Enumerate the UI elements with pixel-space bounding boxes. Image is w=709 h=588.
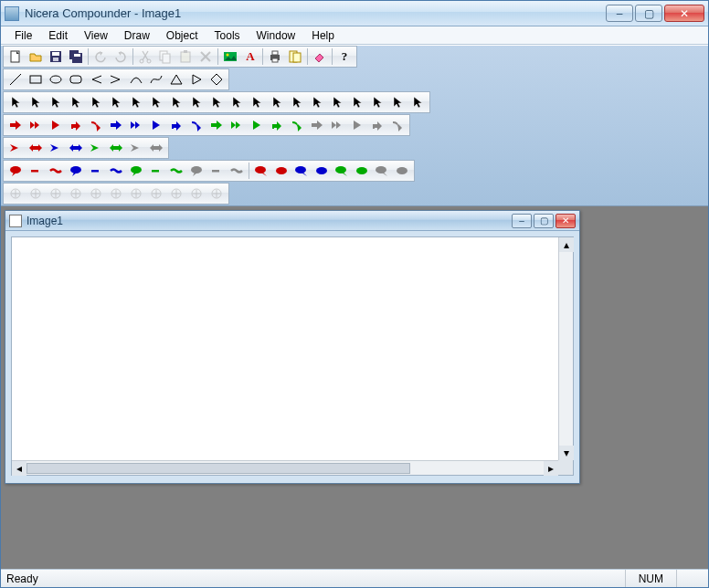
bubble-line-short-888[interactable]	[206, 162, 227, 180]
fx-11[interactable]	[206, 184, 227, 203]
arrow-wide-right-c00[interactable]	[5, 139, 26, 157]
bubble-oval-c00[interactable]	[271, 162, 291, 180]
arrow-right-thick-00c[interactable]	[106, 116, 126, 134]
menu-object[interactable]: Object	[158, 27, 206, 44]
new-icon[interactable]	[5, 47, 26, 66]
arrow-right-thick-0a0[interactable]	[206, 116, 227, 134]
save-all-icon[interactable]	[66, 47, 86, 66]
delete-icon[interactable]	[196, 47, 216, 66]
erase-icon[interactable]	[310, 47, 330, 66]
bubble-solid-c00[interactable]	[5, 162, 26, 180]
bubble-line-long-00c[interactable]	[106, 162, 126, 180]
child-close-button[interactable]: ✕	[556, 214, 576, 228]
fx-6[interactable]	[106, 184, 126, 203]
arc-icon[interactable]	[126, 70, 146, 89]
cursor-text-icon[interactable]	[26, 93, 46, 111]
bubble-right-00c[interactable]	[291, 162, 312, 180]
menu-view[interactable]: View	[76, 27, 116, 44]
child-maximize-button[interactable]: ▢	[534, 214, 554, 228]
cursor-splith-icon[interactable]	[287, 93, 307, 111]
cursor-updown-icon[interactable]	[347, 93, 367, 111]
arrow-right-bend-00c[interactable]	[186, 116, 206, 134]
menu-draw[interactable]: Draw	[116, 27, 158, 44]
copy-icon[interactable]	[155, 47, 175, 66]
help-icon[interactable]: ?	[334, 47, 354, 66]
scroll-down-button[interactable]: ▾	[559, 446, 574, 460]
arrow-right-thick-c00[interactable]	[5, 116, 26, 134]
diamond-icon[interactable]	[206, 70, 227, 89]
scroll-right-button[interactable]: ▸	[544, 461, 558, 476]
cursor-hresize-icon[interactable]	[66, 93, 86, 111]
horizontal-scrollbar[interactable]: ◂ ▸	[12, 460, 558, 475]
redo-icon[interactable]	[111, 47, 131, 66]
arrow-wide-right-00c[interactable]	[46, 139, 66, 157]
cursor-drag-icon[interactable]	[247, 93, 267, 111]
triangle-icon[interactable]	[166, 70, 186, 89]
cursor-help-icon[interactable]	[166, 93, 186, 111]
arrow-right-double-00c[interactable]	[126, 116, 146, 134]
cursor-no-icon[interactable]	[387, 93, 407, 111]
close-button[interactable]: ✕	[664, 5, 704, 22]
bubble-line-long-0a0[interactable]	[166, 162, 186, 180]
bubble-line-short-c00[interactable]	[26, 162, 46, 180]
fx-9[interactable]	[166, 184, 186, 203]
fx-5[interactable]	[86, 184, 106, 203]
print-icon[interactable]	[265, 47, 285, 66]
canvas[interactable]: ▴ ▾ ◂ ▸	[11, 236, 574, 476]
bubble-oval-00c[interactable]	[312, 162, 332, 180]
preview-icon[interactable]	[285, 47, 305, 66]
arrow-right-head-0a0[interactable]	[247, 116, 267, 134]
cursor-vresize-icon[interactable]	[86, 93, 106, 111]
bubble-line-long-c00[interactable]	[46, 162, 66, 180]
arrow-two-way-00c[interactable]	[66, 139, 86, 157]
pointer-right-icon[interactable]	[106, 70, 126, 89]
cursor-splitv-icon[interactable]	[267, 93, 287, 111]
play-icon[interactable]	[186, 70, 206, 89]
arrow-right-head-00c[interactable]	[146, 116, 166, 134]
open-icon[interactable]	[26, 47, 46, 66]
bubble-oval-0a0[interactable]	[352, 162, 372, 180]
bubble-solid-0a0[interactable]	[126, 162, 146, 180]
fx-2[interactable]	[26, 184, 46, 203]
cursor-cross-icon[interactable]	[106, 93, 126, 111]
rect-icon[interactable]	[26, 70, 46, 89]
arrow-right-bend-888[interactable]	[387, 116, 407, 134]
save-icon[interactable]	[46, 47, 66, 66]
bubble-line-short-0a0[interactable]	[146, 162, 166, 180]
arrow-wide-right-0a0[interactable]	[86, 139, 106, 157]
roundrect-icon[interactable]	[66, 70, 86, 89]
arrow-right-bend-c00[interactable]	[86, 116, 106, 134]
vertical-scrollbar[interactable]: ▴ ▾	[558, 237, 573, 460]
arrow-right-bend-0a0[interactable]	[287, 116, 307, 134]
cursor-copy-icon[interactable]	[227, 93, 247, 111]
fx-7[interactable]	[126, 184, 146, 203]
cursor-zoom-icon[interactable]	[327, 93, 347, 111]
arrow-right-head-c00[interactable]	[46, 116, 66, 134]
menu-file[interactable]: File	[6, 27, 40, 44]
menu-edit[interactable]: Edit	[40, 27, 76, 44]
fx-8[interactable]	[146, 184, 166, 203]
cursor-rotate-icon[interactable]	[307, 93, 327, 111]
ellipse-icon[interactable]	[46, 70, 66, 89]
bubble-oval-888[interactable]	[392, 162, 412, 180]
arrow-two-way-c00[interactable]	[26, 139, 46, 157]
undo-icon[interactable]	[90, 47, 111, 66]
line-icon[interactable]	[5, 70, 26, 89]
cursor-nesw-icon[interactable]	[206, 93, 227, 111]
bubble-right-0a0[interactable]	[332, 162, 352, 180]
arrow-right-turn-888[interactable]	[367, 116, 387, 134]
cursor-wait-icon[interactable]	[407, 93, 428, 111]
arrow-right-turn-c00[interactable]	[66, 116, 86, 134]
bubble-line-long-888[interactable]	[227, 162, 247, 180]
arrow-two-way-0a0[interactable]	[106, 139, 126, 157]
bubble-solid-00c[interactable]	[66, 162, 86, 180]
cursor-hand-icon[interactable]	[146, 93, 166, 111]
cursor-plus-icon[interactable]	[186, 93, 206, 111]
menu-window[interactable]: Window	[249, 27, 304, 44]
menu-tools[interactable]: Tools	[206, 27, 249, 44]
picture-icon[interactable]	[220, 47, 240, 66]
scroll-left-button[interactable]: ◂	[12, 461, 26, 476]
text-icon[interactable]: A	[240, 47, 260, 66]
arrow-right-thick-888[interactable]	[307, 116, 327, 134]
arrow-right-turn-00c[interactable]	[166, 116, 186, 134]
